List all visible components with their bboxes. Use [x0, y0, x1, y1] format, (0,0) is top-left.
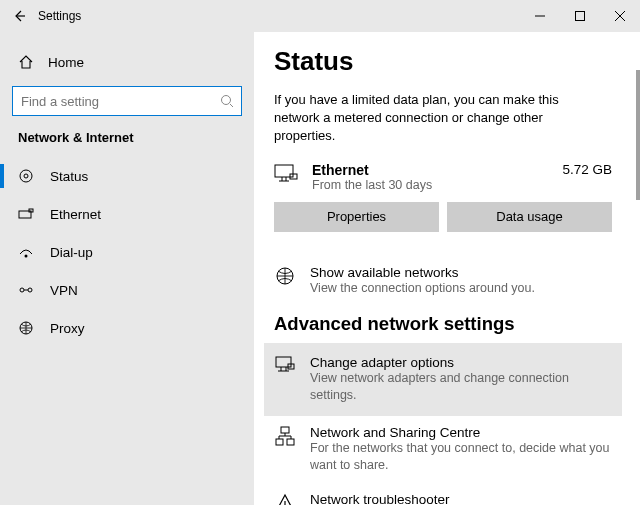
arrow-left-icon	[12, 9, 26, 23]
change-adapter-option[interactable]: Change adapter options View network adap…	[264, 343, 622, 416]
nav-label: Proxy	[50, 321, 85, 336]
sidebar: Home Network & Internet Status Ethernet	[0, 32, 254, 505]
svg-point-8	[28, 288, 32, 292]
option-title: Change adapter options	[310, 355, 612, 370]
back-button[interactable]	[0, 0, 38, 32]
page-description: If you have a limited data plan, you can…	[274, 91, 584, 146]
nav-label: Ethernet	[50, 207, 101, 222]
home-icon	[18, 54, 34, 70]
close-icon	[615, 11, 625, 21]
minimize-button[interactable]	[520, 0, 560, 32]
svg-point-1	[222, 96, 231, 105]
troubleshooter-option[interactable]: Network troubleshooter Diagnose and fix …	[274, 483, 612, 505]
maximize-button[interactable]	[560, 0, 600, 32]
advanced-section-title: Advanced network settings	[274, 313, 612, 335]
titlebar: Settings	[0, 0, 640, 32]
search-input[interactable]	[12, 86, 242, 116]
sharing-centre-option[interactable]: Network and Sharing Centre For the netwo…	[274, 416, 612, 483]
nav-item-status[interactable]: Status	[0, 157, 254, 195]
network-sub: From the last 30 days	[312, 178, 562, 192]
minimize-icon	[535, 11, 545, 21]
svg-rect-13	[276, 357, 291, 367]
monitor-icon	[275, 356, 295, 374]
nav-item-dialup[interactable]: Dial-up	[0, 233, 254, 271]
svg-rect-15	[281, 427, 289, 433]
svg-point-7	[20, 288, 24, 292]
nav-label: Dial-up	[50, 245, 93, 260]
network-size: 5.72 GB	[562, 162, 612, 177]
proxy-icon	[18, 320, 34, 336]
nav-label: Status	[50, 169, 88, 184]
search-icon	[220, 94, 234, 108]
svg-rect-16	[276, 439, 283, 445]
svg-point-3	[24, 174, 28, 178]
option-sub: For the networks that you connect to, de…	[310, 440, 612, 474]
option-sub: View network adapters and change connect…	[310, 370, 612, 404]
search-box[interactable]	[12, 86, 242, 116]
ethernet-icon	[18, 206, 34, 222]
main-content: Status If you have a limited data plan, …	[254, 32, 640, 505]
warning-icon	[275, 493, 295, 505]
scrollbar[interactable]	[636, 32, 640, 505]
svg-rect-17	[287, 439, 294, 445]
svg-point-6	[25, 255, 28, 258]
status-icon	[18, 168, 34, 184]
svg-point-2	[20, 170, 32, 182]
option-title: Show available networks	[310, 265, 612, 280]
properties-button[interactable]: Properties	[274, 202, 439, 232]
globe-icon	[275, 266, 295, 286]
nav-item-vpn[interactable]: VPN	[0, 271, 254, 309]
home-button[interactable]: Home	[0, 44, 254, 80]
home-label: Home	[48, 55, 84, 70]
svg-rect-0	[576, 12, 585, 21]
window-title: Settings	[38, 9, 81, 23]
dialup-icon	[18, 244, 34, 260]
scroll-thumb[interactable]	[636, 70, 640, 200]
maximize-icon	[575, 11, 585, 21]
page-title: Status	[274, 46, 612, 77]
nav-label: VPN	[50, 283, 78, 298]
option-title: Network and Sharing Centre	[310, 425, 612, 440]
vpn-icon	[18, 282, 34, 298]
option-sub: View the connection options around you.	[310, 280, 612, 297]
option-title: Network troubleshooter	[310, 492, 612, 505]
network-name: Ethernet	[312, 162, 562, 178]
show-networks-option[interactable]: Show available networks View the connect…	[274, 256, 612, 306]
network-summary: Ethernet From the last 30 days 5.72 GB	[274, 162, 612, 192]
nav-item-ethernet[interactable]: Ethernet	[0, 195, 254, 233]
monitor-icon	[274, 164, 298, 186]
nav-item-proxy[interactable]: Proxy	[0, 309, 254, 347]
network-share-icon	[275, 426, 295, 446]
category-title: Network & Internet	[0, 128, 254, 157]
close-button[interactable]	[600, 0, 640, 32]
data-usage-button[interactable]: Data usage	[447, 202, 612, 232]
